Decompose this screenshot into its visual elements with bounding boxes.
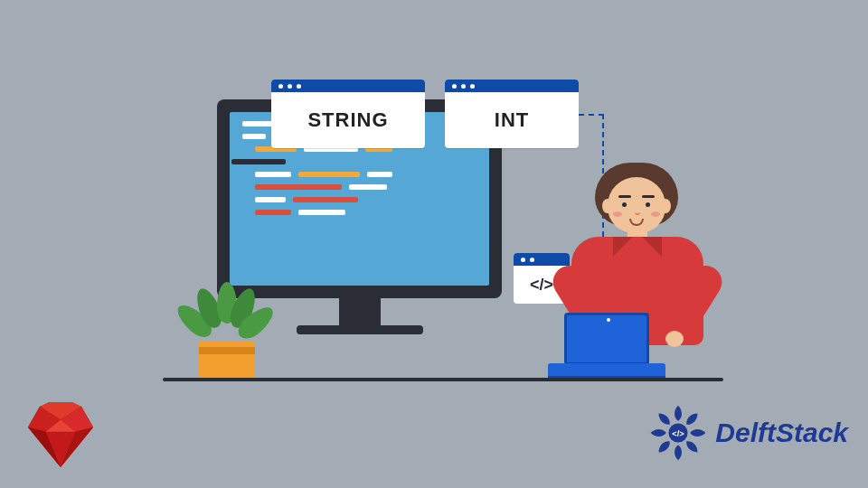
window-string: STRING [271,80,425,148]
window-int-label: INT [445,92,579,148]
window-titlebar [271,80,425,92]
brand-logo: </> DelftStack [648,403,848,463]
window-int: INT [445,80,579,148]
potted-plant [181,282,271,380]
brand-name: DelftStack [715,418,848,448]
delftstack-mandala-icon: </> [648,403,708,463]
illustration-stage: STRING INT </> [0,0,868,488]
desk-surface [163,378,723,381]
laptop [548,313,665,381]
monitor-neck [339,298,381,325]
window-string-label: STRING [271,92,425,148]
window-titlebar [445,80,579,92]
connector-dash [579,114,604,116]
svg-text:</>: </> [673,429,685,438]
monitor-base [297,325,423,334]
ruby-gem-icon [22,398,99,472]
